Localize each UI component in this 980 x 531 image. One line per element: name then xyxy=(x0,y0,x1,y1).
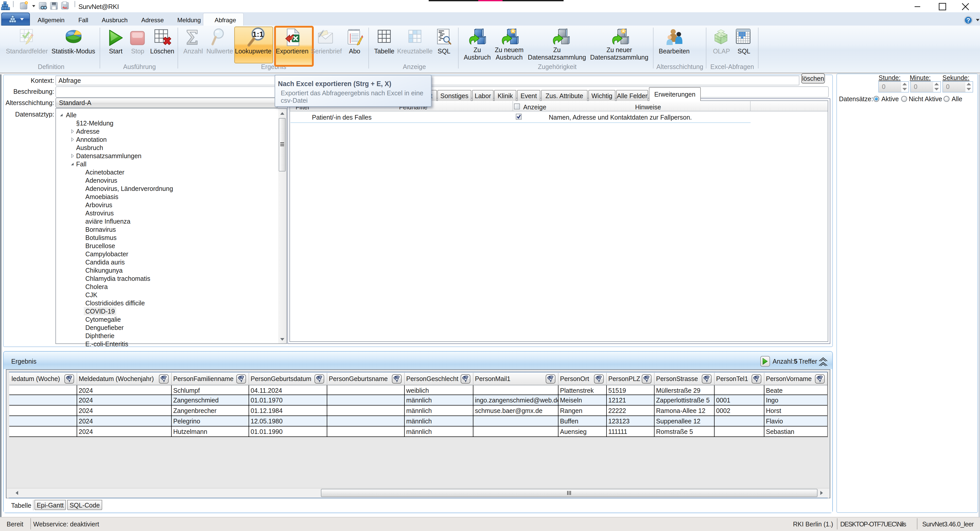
svg-text:1:1: 1:1 xyxy=(252,30,263,38)
svg-text:?: ? xyxy=(966,17,970,24)
